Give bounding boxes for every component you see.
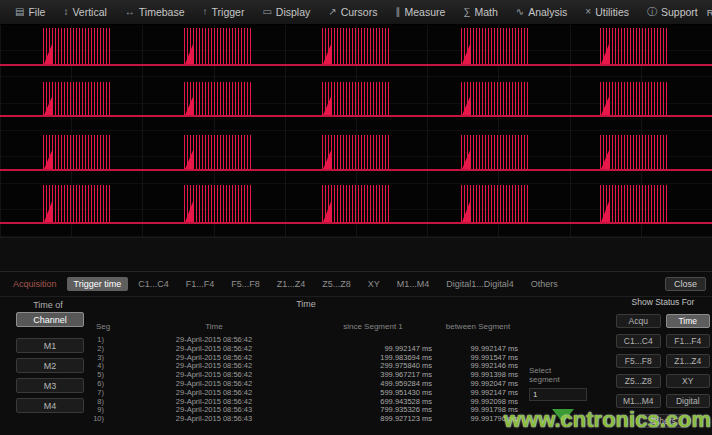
menu-item-file[interactable]: ▤File xyxy=(6,0,54,24)
timebase-icon: ↔ xyxy=(125,7,135,17)
burst-ramp-envelope xyxy=(185,199,194,222)
waveform-burst xyxy=(600,28,668,64)
show-status-buttons: AcquTimeC1...C4F1...F4F5...F8Z1...Z4Z5..… xyxy=(616,314,710,428)
waveform-burst xyxy=(600,185,668,222)
waveform-burst xyxy=(184,82,252,115)
status-button-z5-z8[interactable]: Z5...Z8 xyxy=(616,374,661,388)
status-button-digital[interactable]: Digital xyxy=(666,394,711,408)
vertical-icon: ↕ xyxy=(63,7,68,17)
menu-item-label: Analysis xyxy=(528,6,567,18)
menubar-right: Reset ⊞ xyxy=(707,6,712,19)
tab-z5-z8[interactable]: Z5...Z8 xyxy=(315,277,358,291)
button-m1[interactable]: M1 xyxy=(16,338,84,353)
column-header-between-segment: between Segment xyxy=(436,322,520,331)
status-button-time[interactable]: Time xyxy=(666,314,711,328)
status-button-f1-f4[interactable]: F1...F4 xyxy=(666,334,711,348)
button-m3[interactable]: M3 xyxy=(16,378,84,393)
burst-ramp-envelope xyxy=(323,199,332,222)
tab-c1-c4[interactable]: C1...C4 xyxy=(131,277,176,291)
burst-ramp-envelope xyxy=(323,42,332,64)
menu-item-cursors[interactable]: ↗Cursors xyxy=(319,0,386,24)
dialog-tabs: AcquisitionTrigger timeC1...C4F1...F4F5.… xyxy=(6,277,565,291)
tab-m1-m4[interactable]: M1...M4 xyxy=(390,277,437,291)
utilities-icon: × xyxy=(585,7,591,17)
status-button-m1-m4[interactable]: M1...M4 xyxy=(616,394,661,408)
table-row: 10)29-April-2015 08:56:43899.927123 ms99… xyxy=(88,415,524,424)
tab-xy[interactable]: XY xyxy=(361,277,387,291)
burst-ramp-envelope xyxy=(323,95,332,115)
waveform-burst xyxy=(461,135,529,169)
button-channel[interactable]: Channel xyxy=(16,312,84,327)
burst-ramp-envelope xyxy=(185,95,194,115)
table-row: 7)29-April-2015 08:56:42599.951430 ms99.… xyxy=(88,389,524,398)
table-row: 6)29-April-2015 08:56:42499.959284 ms99.… xyxy=(88,380,524,389)
select-segment-input[interactable] xyxy=(529,388,587,401)
tab-f5-f8[interactable]: F5...F8 xyxy=(224,277,267,291)
menu-item-label: Trigger xyxy=(212,6,245,18)
table-row: 9)29-April-2015 08:56:43799.935326 ms99.… xyxy=(88,406,524,415)
cursors-icon: ↗ xyxy=(328,7,336,17)
display-icon: ▭ xyxy=(262,7,271,17)
waveform-burst xyxy=(322,28,390,64)
trace-baseline xyxy=(0,222,712,224)
table-row: 8)29-April-2015 08:56:42699.943528 ms99.… xyxy=(88,398,524,407)
waveform-burst xyxy=(322,82,390,115)
support-icon: ⓘ xyxy=(647,7,657,17)
menu-item-utilities[interactable]: ×Utilities xyxy=(576,0,638,24)
status-button-others[interactable]: Others xyxy=(638,414,688,428)
close-button[interactable]: Close xyxy=(665,277,706,291)
column-header-since-segment-1: since Segment 1 xyxy=(310,322,436,331)
status-button-acqu[interactable]: Acqu xyxy=(616,314,661,328)
menu-item-analysis[interactable]: ∿Analysis xyxy=(507,0,577,24)
button-m2[interactable]: M2 xyxy=(16,358,84,373)
tab-z1-z4[interactable]: Z1...Z4 xyxy=(270,277,313,291)
select-segment: Select segment xyxy=(529,366,591,401)
menu-item-support[interactable]: ⓘSupport xyxy=(638,0,707,24)
waveform-burst xyxy=(43,28,111,64)
menu-item-timebase[interactable]: ↔Timebase xyxy=(116,0,194,24)
menu-item-trigger[interactable]: ↑Trigger xyxy=(194,0,254,24)
tab-acquisition[interactable]: Acquisition xyxy=(6,277,64,291)
tab-f1-f4[interactable]: F1...F4 xyxy=(179,277,222,291)
button-m4[interactable]: M4 xyxy=(16,398,84,413)
waveform-burst xyxy=(600,135,668,169)
analysis-icon: ∿ xyxy=(516,7,524,17)
burst-ramp-envelope xyxy=(462,148,471,169)
table-cell: 899.927123 ms xyxy=(310,415,436,424)
burst-ramp-envelope xyxy=(462,95,471,115)
status-button-f5-f8[interactable]: F5...F8 xyxy=(616,354,661,368)
table-rows: 1)29-April-2015 08:56:422)29-April-2015 … xyxy=(88,336,524,424)
status-button-z1-z4[interactable]: Z1...Z4 xyxy=(666,354,711,368)
menu-item-math[interactable]: ∑Math xyxy=(454,0,506,24)
waveform-burst xyxy=(184,135,252,169)
menu-item-label: Cursors xyxy=(341,6,378,18)
menu-item-vertical[interactable]: ↕Vertical xyxy=(54,0,115,24)
table-row: 3)29-April-2015 08:56:42199.983694 ms99.… xyxy=(88,354,524,363)
menu-item-display[interactable]: ▭Display xyxy=(253,0,319,24)
green-arrow-icon xyxy=(552,409,574,423)
tab-digital1-digital4[interactable]: Digital1...Digital4 xyxy=(439,277,521,291)
select-segment-label: Select segment xyxy=(529,366,575,384)
table-row: 4)29-April-2015 08:56:42299.975840 ms99.… xyxy=(88,362,524,371)
menu-item-label: Measure xyxy=(404,6,445,18)
waveform-burst xyxy=(184,185,252,222)
tab-trigger-time[interactable]: Trigger time xyxy=(67,277,129,291)
burst-ramp-envelope xyxy=(601,42,610,64)
waveform-burst xyxy=(322,135,390,169)
waveform-burst xyxy=(461,82,529,115)
burst-ramp-envelope xyxy=(44,148,53,169)
time-of-label: Time of xyxy=(0,300,96,310)
status-button-xy[interactable]: XY xyxy=(666,374,711,388)
reset-button[interactable]: Reset xyxy=(707,7,712,18)
waveform-burst xyxy=(600,82,668,115)
tab-others[interactable]: Others xyxy=(524,277,565,291)
trace-baseline xyxy=(0,64,712,66)
waveform-burst xyxy=(43,135,111,169)
table-cell: 99.991796 ms xyxy=(436,415,520,424)
table-cell: 29-April-2015 08:56:43 xyxy=(118,415,310,424)
waveform-burst xyxy=(184,28,252,64)
menu-item-measure[interactable]: ∥Measure xyxy=(386,0,454,24)
waveform-display[interactable] xyxy=(0,25,712,238)
status-button-c1-c4[interactable]: C1...C4 xyxy=(616,334,661,348)
burst-ramp-envelope xyxy=(601,95,610,115)
